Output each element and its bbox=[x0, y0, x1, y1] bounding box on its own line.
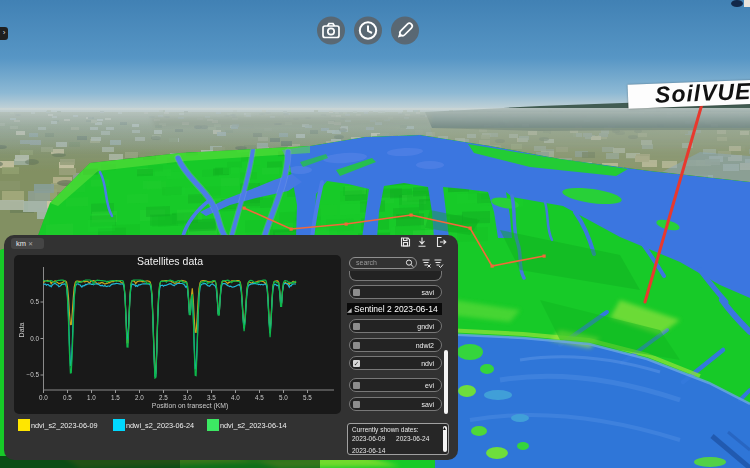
svg-text:0.0: 0.0 bbox=[39, 394, 48, 401]
svg-text:−0.5: −0.5 bbox=[27, 371, 40, 378]
svg-text:0.0: 0.0 bbox=[30, 335, 39, 342]
svg-text:3.0: 3.0 bbox=[183, 394, 192, 401]
svg-text:1.0: 1.0 bbox=[87, 394, 96, 401]
svg-text:4.0: 4.0 bbox=[231, 394, 240, 401]
svg-text:Satellites data: Satellites data bbox=[137, 255, 203, 267]
svg-text:2.5: 2.5 bbox=[159, 394, 168, 401]
svg-text:0.5: 0.5 bbox=[30, 298, 39, 305]
svg-text:Data: Data bbox=[18, 323, 25, 338]
svg-text:0.5: 0.5 bbox=[63, 394, 72, 401]
svg-text:2.0: 2.0 bbox=[135, 394, 144, 401]
svg-text:5.0: 5.0 bbox=[279, 394, 288, 401]
svg-text:Position on transect (KM): Position on transect (KM) bbox=[152, 402, 228, 410]
svg-text:4.5: 4.5 bbox=[255, 394, 264, 401]
svg-text:1.5: 1.5 bbox=[111, 394, 120, 401]
svg-text:3.5: 3.5 bbox=[207, 394, 216, 401]
svg-text:5.5: 5.5 bbox=[303, 394, 312, 401]
